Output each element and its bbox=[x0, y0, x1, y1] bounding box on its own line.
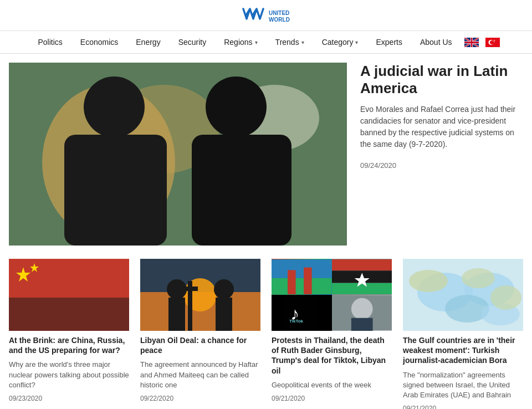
main-content: A judicial war in Latin America Evo Mora… bbox=[0, 54, 532, 409]
nav-item-security[interactable]: Security bbox=[170, 31, 216, 53]
flag-tr-icon bbox=[485, 38, 500, 47]
svg-point-48 bbox=[462, 268, 495, 288]
article-title-3[interactable]: Protests in Thailand, the death of Ruth … bbox=[272, 335, 392, 376]
featured-article: A judicial war in Latin America Evo Mora… bbox=[9, 63, 523, 246]
article-date-3: 09/21/2020 bbox=[272, 395, 392, 402]
svg-rect-30 bbox=[288, 270, 296, 294]
featured-date: 09/24/2020 bbox=[360, 161, 523, 170]
collage-img-3: ♪ TikTok bbox=[285, 295, 318, 331]
article-thumb-1[interactable] bbox=[9, 259, 129, 331]
svg-point-49 bbox=[490, 285, 521, 310]
article-thumb-2[interactable] bbox=[140, 259, 260, 331]
svg-point-12 bbox=[206, 76, 267, 137]
article-desc-4: The "normalization" agreements signed be… bbox=[403, 370, 523, 401]
article-card-2: Libyan Oil Deal: a chance for peace The … bbox=[140, 259, 260, 409]
svg-rect-36 bbox=[285, 295, 318, 331]
nav-item-category[interactable]: Category ▾ bbox=[313, 31, 367, 53]
chevron-down-icon: ▾ bbox=[355, 39, 358, 45]
collage-img-2 bbox=[332, 259, 392, 295]
article-desc-1: Why are the world's three major nuclear … bbox=[9, 360, 129, 390]
svg-point-40 bbox=[351, 298, 372, 320]
svg-rect-11 bbox=[64, 135, 167, 246]
svg-rect-31 bbox=[304, 268, 312, 294]
article-card-4: The Gulf countries are in 'their weakest… bbox=[403, 259, 523, 409]
article-card-1: At the Brink: are China, Russia, and the… bbox=[9, 259, 129, 409]
article-title-4[interactable]: The Gulf countries are in 'their weakest… bbox=[403, 335, 523, 366]
article-desc-2: The agreement announced by Haftar and Ah… bbox=[140, 360, 260, 390]
article-title-1[interactable]: At the Brink: are China, Russia, and the… bbox=[9, 335, 129, 355]
article-card-3: ♪ TikTok Protests in Thailand, the death… bbox=[272, 259, 392, 409]
svg-point-47 bbox=[409, 270, 448, 292]
article-date-4: 09/21/2020 bbox=[403, 405, 523, 409]
logo[interactable]: UNITED WORLD bbox=[242, 7, 290, 26]
svg-rect-32 bbox=[332, 259, 392, 270]
svg-text:TikTok: TikTok bbox=[289, 319, 304, 324]
article-thumb-4[interactable] bbox=[403, 259, 523, 331]
svg-rect-29 bbox=[272, 278, 332, 294]
nav-item-experts[interactable]: Experts bbox=[367, 31, 411, 53]
svg-rect-25 bbox=[168, 298, 185, 331]
featured-image[interactable] bbox=[9, 63, 347, 246]
logo-icon bbox=[242, 7, 264, 26]
svg-point-26 bbox=[214, 279, 234, 299]
flag-uk-icon bbox=[464, 38, 479, 47]
svg-point-3 bbox=[490, 40, 494, 44]
featured-title[interactable]: A judicial war in Latin America bbox=[360, 63, 523, 97]
svg-rect-34 bbox=[332, 283, 392, 294]
articles-grid: At the Brink: are China, Russia, and the… bbox=[9, 259, 523, 409]
flag-tr-button[interactable] bbox=[482, 33, 503, 52]
svg-rect-18 bbox=[9, 298, 129, 331]
article-desc-3: Geopolitical events of the week bbox=[272, 380, 392, 390]
nav-item-about-us[interactable]: About Us bbox=[411, 31, 461, 53]
chevron-down-icon: ▾ bbox=[255, 39, 258, 45]
article-date-1: 09/23/2020 bbox=[9, 395, 129, 402]
featured-description: Evo Morales and Rafael Correa just had t… bbox=[360, 104, 523, 150]
collage-img-4 bbox=[332, 295, 392, 331]
svg-rect-41 bbox=[351, 318, 372, 331]
article-thumb-img-1 bbox=[9, 259, 129, 331]
nav-item-trends[interactable]: Trends ▾ bbox=[267, 31, 313, 53]
nav-item-politics[interactable]: Politics bbox=[29, 31, 71, 53]
nav-item-economics[interactable]: Economics bbox=[71, 31, 127, 53]
featured-men-silhouettes bbox=[9, 63, 347, 246]
chevron-down-icon: ▾ bbox=[301, 39, 304, 45]
article-title-2[interactable]: Libyan Oil Deal: a chance for peace bbox=[140, 335, 260, 355]
nav-item-regions[interactable]: Regions ▾ bbox=[215, 31, 266, 53]
nav-item-energy[interactable]: Energy bbox=[127, 31, 169, 53]
featured-content: A judicial war in Latin America Evo Mora… bbox=[360, 63, 523, 246]
svg-point-24 bbox=[167, 279, 187, 299]
collage-img-1 bbox=[272, 259, 332, 295]
site-header: UNITED WORLD bbox=[0, 0, 532, 31]
article-thumb-img-2 bbox=[140, 259, 260, 331]
article-date-2: 09/22/2020 bbox=[140, 395, 260, 402]
article-thumb-3[interactable]: ♪ TikTok bbox=[272, 259, 392, 331]
svg-rect-13 bbox=[192, 135, 291, 246]
flag-uk-button[interactable] bbox=[461, 33, 482, 52]
svg-point-10 bbox=[84, 76, 145, 137]
svg-rect-27 bbox=[216, 298, 232, 331]
logo-text: UNITED WORLD bbox=[269, 10, 290, 23]
main-nav: Politics Economics Energy Security Regio… bbox=[0, 31, 532, 54]
article-thumb-img-4 bbox=[403, 259, 523, 331]
